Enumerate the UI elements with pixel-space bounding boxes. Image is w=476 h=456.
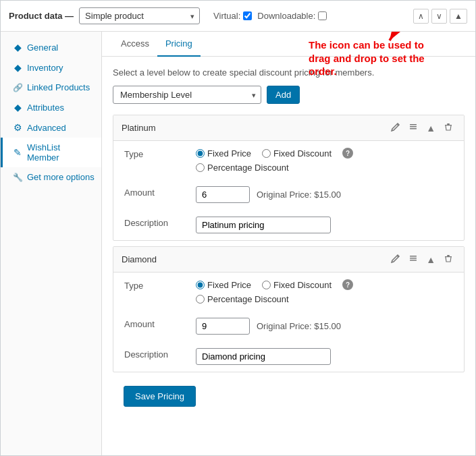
diamond-type-row: Type Fixed Price Fixed Discount [113, 273, 464, 311]
platinum-type-content: Fixed Price Fixed Discount ? [196, 148, 453, 173]
sidebar-item-attributes[interactable]: ◆ Attributes [1, 97, 101, 117]
sidebar-wishlist-label: WishList Member [27, 142, 95, 163]
svg-rect-4 [410, 128, 417, 130]
save-pricing-button[interactable]: Save Pricing [124, 386, 196, 407]
attributes-icon: ◆ [12, 102, 23, 113]
platinum-actions: ▲ [388, 121, 456, 135]
platinum-move-up-button[interactable]: ▲ [423, 121, 438, 135]
platinum-percentage-discount-option[interactable]: Percentage Discount [196, 163, 289, 173]
svg-rect-6 [447, 123, 450, 125]
edit-icon [391, 122, 400, 132]
platinum-amount-content: Original Price: $15.00 [196, 186, 453, 203]
top-bar-arrows: ∧ ∨ ▲ [413, 9, 467, 24]
content-area: Access Pricing Select a level below to c… [102, 32, 475, 455]
svg-rect-3 [410, 126, 417, 127]
platinum-title: Platinum [122, 123, 156, 133]
sidebar-item-linked-products[interactable]: 🔗 Linked Products [1, 78, 101, 97]
virtual-section: Virtual: [213, 11, 252, 21]
arrow-expand-button[interactable]: ▲ [450, 9, 467, 24]
platinum-fixed-price-label: Fixed Price [207, 148, 251, 159]
membership-row: Membership Level Platinum Diamond Gold S… [113, 86, 465, 104]
sidebar-advanced-label: Advanced [27, 123, 66, 133]
platinum-help-icon[interactable]: ? [342, 148, 353, 159]
add-membership-button[interactable]: Add [267, 86, 300, 104]
diamond-delete-button[interactable] [441, 252, 456, 266]
wishlist-icon: ✎ [12, 147, 23, 158]
svg-line-1 [390, 32, 417, 40]
red-arrow-svg [376, 32, 444, 57]
sidebar-more-label: Get more options [27, 172, 95, 182]
save-section: Save Pricing [113, 378, 465, 415]
diamond-move-up-button[interactable]: ▲ [423, 253, 438, 266]
diamond-fixed-discount-label: Fixed Discount [273, 280, 332, 290]
diamond-reorder-button[interactable] [406, 252, 421, 266]
platinum-original-price: Original Price: $15.00 [257, 190, 341, 200]
platinum-fixed-price-radio[interactable] [196, 149, 205, 158]
platinum-edit-button[interactable] [388, 121, 403, 135]
tab-pricing[interactable]: Pricing [157, 32, 201, 57]
platinum-amount-input[interactable] [196, 186, 250, 203]
arrow-down-button[interactable]: ∨ [431, 9, 447, 24]
platinum-reorder-button[interactable] [406, 121, 421, 135]
gear-icon: ⚙ [12, 122, 23, 133]
diamond-amount-row: Amount Original Price: $15.00 [113, 311, 464, 341]
diamond-edit-button[interactable] [388, 252, 403, 266]
platinum-percentage-discount-radio[interactable] [196, 163, 205, 172]
diamond-percentage-discount-option[interactable]: Percentage Discount [196, 294, 289, 304]
pricing-description: Select a level below to create special d… [113, 67, 465, 78]
platinum-description-content [196, 217, 453, 233]
downloadable-checkbox[interactable] [318, 11, 327, 20]
diamond-description-label: Description [124, 348, 185, 360]
platinum-delete-button[interactable] [441, 121, 456, 135]
diamond-help-icon[interactable]: ? [342, 279, 353, 290]
svg-rect-7 [410, 256, 417, 257]
diamond-fixed-discount-radio[interactable] [262, 281, 271, 289]
trash-icon [444, 122, 453, 132]
diamond-radio-group-2: Percentage Discount [196, 294, 453, 304]
diamond-fixed-price-radio[interactable] [196, 281, 205, 289]
diamond-amount-input[interactable] [196, 318, 250, 335]
membership-level-select[interactable]: Membership Level Platinum Diamond Gold S… [113, 86, 261, 104]
sidebar-item-inventory[interactable]: ◆ Inventory [1, 57, 101, 78]
diamond-description-input[interactable] [196, 348, 331, 365]
sidebar-attributes-label: Attributes [27, 103, 64, 113]
main-layout: ◆ General ◆ Inventory 🔗 Linked Products … [1, 32, 475, 455]
svg-rect-2 [410, 124, 417, 125]
sidebar-item-wishlist-member[interactable]: ✎ WishList Member [1, 138, 101, 167]
platinum-fixed-discount-radio[interactable] [262, 149, 271, 158]
svg-rect-8 [410, 258, 417, 259]
diamond-header: Diamond [113, 247, 464, 273]
pricing-content: Select a level below to create special d… [102, 57, 475, 426]
svg-rect-9 [410, 260, 417, 261]
platinum-amount-label: Amount [124, 186, 185, 198]
platinum-description-row: Description [113, 210, 464, 240]
diamond-fixed-price-option[interactable]: Fixed Price [196, 279, 251, 290]
platinum-description-label: Description [124, 217, 185, 228]
platinum-amount-row: Amount Original Price: $15.00 [113, 179, 464, 210]
virtual-label: Virtual: [213, 11, 240, 21]
diamond-amount-content: Original Price: $15.00 [196, 318, 453, 335]
sidebar-item-advanced[interactable]: ⚙ Advanced [1, 117, 101, 138]
trash-icon-2 [444, 254, 453, 263]
downloadable-section: Downloadable: [257, 11, 327, 21]
diamond-type-content: Fixed Price Fixed Discount ? [196, 279, 453, 304]
product-data-panel: Product data — Simple product Variable p… [0, 0, 476, 456]
arrow-up-button[interactable]: ∧ [413, 9, 429, 24]
diamond-fixed-price-label: Fixed Price [207, 280, 251, 290]
product-type-select[interactable]: Simple product Variable product Grouped … [79, 7, 200, 24]
link-icon: 🔗 [12, 83, 23, 92]
diamond-fixed-discount-option[interactable]: Fixed Discount [262, 279, 332, 290]
sidebar: ◆ General ◆ Inventory 🔗 Linked Products … [1, 32, 102, 455]
virtual-checkbox[interactable] [243, 11, 252, 20]
diamond-section: Diamond [113, 246, 465, 372]
sidebar-item-general[interactable]: ◆ General [1, 37, 101, 57]
tab-access[interactable]: Access [113, 32, 157, 57]
platinum-fixed-discount-option[interactable]: Fixed Discount [262, 148, 332, 159]
sidebar-item-get-more-options[interactable]: 🔧 Get more options [1, 167, 101, 187]
platinum-fixed-price-option[interactable]: Fixed Price [196, 148, 251, 159]
diamond-icon: ◆ [12, 42, 23, 53]
diamond-percentage-discount-radio[interactable] [196, 295, 205, 304]
diamond-type-label: Type [124, 279, 185, 291]
product-type-wrapper: Simple product Variable product Grouped … [79, 7, 200, 24]
platinum-description-input[interactable] [196, 217, 331, 233]
